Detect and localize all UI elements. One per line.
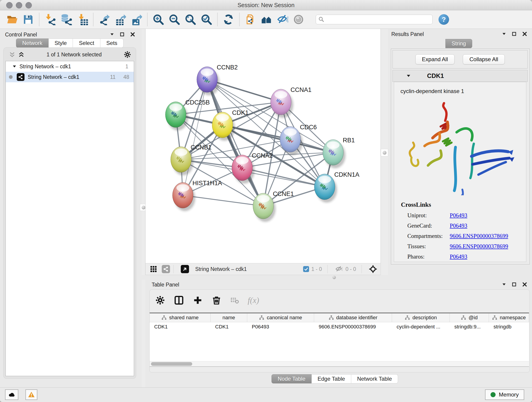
column-header-database-identifier[interactable]: database identifier — [314, 313, 392, 322]
grid-view-icon[interactable] — [149, 265, 158, 274]
table-cell[interactable]: CDK1 — [150, 322, 210, 332]
gene-section-header[interactable]: CDK1 — [393, 70, 528, 82]
help-icon[interactable]: ? — [438, 14, 449, 25]
network-list-gear-icon[interactable] — [123, 51, 131, 58]
add-column-icon[interactable] — [193, 295, 203, 305]
node-CCNB2[interactable]: CCNB2 — [197, 64, 238, 95]
tab-select[interactable]: Select — [73, 38, 100, 48]
node-CDK1[interactable]: CDK1 — [212, 109, 249, 141]
node-table[interactable]: shared namenamecanonical namedatabase id… — [150, 313, 529, 367]
network-share-icon[interactable] — [162, 265, 170, 274]
open-view-icon[interactable] — [181, 265, 189, 274]
network-canvas[interactable]: CCNB2CCNA1CDC25BCDK1CDC6RB1CCNB1CCNA2CDK… — [145, 29, 381, 263]
table-cell[interactable]: CDK1 — [210, 322, 247, 332]
tab-edge-table[interactable]: Edge Table — [312, 374, 351, 383]
column-header-shared-name[interactable]: shared name — [150, 313, 210, 322]
table-cell[interactable]: P06493 — [247, 322, 314, 332]
tab-network[interactable]: Network — [16, 38, 49, 48]
panel-float-icon[interactable] — [119, 32, 125, 37]
tab-style[interactable]: Style — [49, 38, 73, 48]
crosslink-link[interactable]: P06493 — [450, 254, 467, 260]
panel-close-icon[interactable] — [130, 32, 135, 37]
save-session-icon[interactable] — [22, 13, 35, 26]
column-header-description[interactable]: description — [392, 313, 450, 322]
table-row[interactable]: CDK1CDK1P064939606.ENSP00000378699cyclin… — [150, 322, 529, 332]
panel-collapse-icon[interactable] — [110, 32, 114, 37]
zoom-selected-icon[interactable] — [200, 13, 213, 26]
panel-collapse-icon[interactable] — [502, 32, 506, 36]
node-HIST1H1A[interactable]: HIST1H1A — [172, 180, 222, 211]
panel-collapse-icon[interactable] — [502, 282, 506, 287]
birds-eye-icon[interactable] — [369, 265, 377, 274]
horizontal-splitter-handle[interactable] — [332, 276, 336, 279]
right-splitter[interactable] — [381, 29, 388, 278]
hide-graphics-icon[interactable] — [276, 13, 289, 26]
column-header-canonical-name[interactable]: canonical name — [247, 313, 314, 322]
columns-icon[interactable] — [174, 295, 184, 305]
table-cell[interactable]: cyclin-dependent ... — [392, 322, 450, 332]
network-collection-row[interactable]: String Network – cdk1 1 — [6, 61, 134, 72]
column-header--id[interactable]: @id — [450, 313, 489, 322]
tab-node-table[interactable]: Node Table — [272, 374, 312, 383]
right-splitter-handle[interactable] — [381, 149, 388, 156]
left-splitter[interactable] — [142, 29, 145, 387]
network-edge-count: 48 — [123, 74, 129, 80]
selected-checkbox-icon[interactable] — [303, 266, 309, 272]
table-cell[interactable]: stringdb — [489, 322, 529, 332]
zoom-fit-icon[interactable] — [184, 13, 197, 26]
collapse-all-button[interactable]: Collapse All — [463, 54, 505, 64]
node-CCNB1[interactable]: CCNB1 — [171, 144, 212, 175]
copy-network-icon[interactable] — [244, 13, 257, 26]
collection-expand-icon[interactable] — [12, 64, 17, 69]
orb-icon[interactable] — [292, 13, 305, 26]
expand-all-networks-icon[interactable] — [18, 51, 25, 58]
crosslink-link[interactable]: P06493 — [450, 212, 467, 219]
search-input[interactable] — [316, 15, 433, 24]
memory-button[interactable]: Memory — [485, 389, 524, 400]
import-network-database-icon[interactable] — [60, 13, 73, 26]
cloud-button[interactable] — [5, 389, 18, 400]
network-row-selected[interactable]: String Network – cdk1 11 48 — [6, 72, 134, 82]
panel-float-icon[interactable] — [511, 282, 517, 287]
import-table-icon[interactable] — [76, 13, 89, 26]
tab-string[interactable]: String — [445, 39, 472, 48]
export-table-icon[interactable] — [114, 13, 127, 26]
export-image-icon[interactable] — [130, 13, 143, 26]
node-CCNE1[interactable]: CCNE1 — [253, 191, 294, 222]
node-CCNA1[interactable]: CCNA1 — [271, 86, 312, 118]
open-file-icon[interactable] — [6, 13, 19, 26]
column-header-name[interactable]: name — [210, 313, 247, 322]
crosslink-link[interactable]: 9606.ENSP00000378699 — [450, 233, 508, 239]
column-header-namespace[interactable]: namespace — [489, 313, 529, 322]
crosslink-link[interactable]: 9606.ENSP00000378699 — [450, 243, 508, 249]
tab-network-table[interactable]: Network Table — [351, 374, 398, 383]
hidden-eye-icon[interactable] — [335, 265, 343, 274]
panel-close-icon[interactable] — [522, 31, 527, 37]
zoom-in-icon[interactable] — [152, 13, 165, 26]
panel-close-icon[interactable] — [522, 282, 527, 287]
collapse-all-networks-icon[interactable] — [9, 51, 16, 58]
table-cell[interactable]: 9606.ENSP00000378699 — [314, 322, 392, 332]
homes-icon[interactable] — [260, 13, 273, 26]
refresh-icon[interactable] — [222, 13, 235, 26]
node-CDC25B[interactable]: CDC25B — [165, 99, 210, 130]
tab-sets[interactable]: Sets — [100, 38, 123, 48]
crosslink-link[interactable]: P06493 — [450, 223, 467, 229]
import-network-icon[interactable] — [44, 13, 57, 26]
export-network-icon[interactable] — [98, 13, 111, 26]
node-label-CCNA1: CCNA1 — [291, 86, 312, 93]
warning-button[interactable] — [25, 389, 37, 400]
table-horizontal-scrollbar[interactable] — [150, 361, 529, 366]
node-RB1[interactable]: RB1 — [323, 137, 355, 168]
zoom-out-icon[interactable] — [168, 13, 181, 26]
edge-CCNB2-CCNE1[interactable] — [207, 80, 263, 206]
scrollbar-thumb[interactable] — [151, 362, 192, 366]
gene-collapse-icon[interactable] — [406, 73, 411, 78]
gear-icon[interactable] — [155, 295, 165, 305]
node-CCNA2[interactable]: CCNA2 — [232, 152, 273, 184]
table-cell[interactable]: stringdb:9... — [450, 322, 489, 332]
delete-icon[interactable] — [211, 295, 222, 305]
node-CDKN1A[interactable]: CDKN1A — [314, 171, 360, 203]
expand-all-button[interactable]: Expand All — [415, 54, 455, 64]
panel-float-icon[interactable] — [511, 31, 517, 37]
